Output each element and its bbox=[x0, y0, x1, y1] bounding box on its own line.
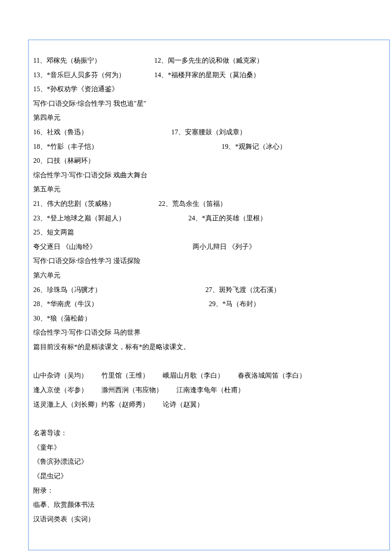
toc-row: 21、伟大的悲剧（茨威格） 22、荒岛余生（笛福） bbox=[33, 197, 357, 211]
poem-item: 竹里馆（王维） bbox=[101, 368, 149, 383]
spacer bbox=[33, 541, 357, 555]
poem-item: 论诗（赵翼） bbox=[163, 397, 204, 412]
activity-text: 综合性学习·写作·口语交际 戏曲大舞台 bbox=[33, 171, 147, 179]
list-text: 《昆虫记》 bbox=[33, 472, 67, 480]
section-text: 名著导读： bbox=[33, 429, 67, 436]
activity-text: 写作·口语交际·综合性学习 我也追"星" bbox=[33, 100, 146, 107]
toc-item: 17、安塞腰鼓（刘成章） bbox=[171, 125, 246, 139]
list-text: 《童年》 bbox=[33, 444, 61, 451]
spacer bbox=[33, 354, 357, 368]
toc-item: 11、邓稼先（杨振宁） bbox=[33, 53, 170, 68]
poem-row: 逢入京使（岑参） 滁州西涧（韦应物） 江南逢李龟年（杜甫） bbox=[33, 383, 357, 397]
poem-item: 江南逢李龟年（杜甫） bbox=[176, 383, 245, 397]
toc-row: 23、*登上地球之巅（郭超人） 24、*真正的英雄（里根） bbox=[33, 211, 357, 225]
activity-line: 写作·口语交际·综合性学习 漫话探险 bbox=[33, 254, 357, 268]
toc-row: 28、*华南虎（牛汉） 29、*马（布封） bbox=[33, 297, 357, 311]
spacer bbox=[33, 411, 357, 426]
toc-item: 13、*音乐巨人贝多芬（何为） bbox=[33, 68, 170, 82]
unit-heading: 第五单元 bbox=[33, 182, 357, 197]
toc-item: 19、*观舞记（冰心） bbox=[171, 139, 286, 154]
toc-row: 夸父逐日 《山海经》 两小儿辩日 《列子》 bbox=[33, 240, 357, 254]
list-item: 汉语词类表（实词） bbox=[33, 512, 357, 526]
activity-line: 综合性学习·写作·口语交际 马的世界 bbox=[33, 325, 357, 340]
toc-item: 20、口技（林嗣环） bbox=[33, 157, 95, 164]
spacer bbox=[33, 526, 357, 541]
toc-row: 20、口技（林嗣环） bbox=[33, 153, 357, 168]
poem-item: 春夜洛城闻笛（李白） bbox=[238, 368, 306, 383]
toc-row: 16、社戏（鲁迅） 17、安塞腰鼓（刘成章） bbox=[33, 125, 357, 139]
toc-item: 27、斑羚飞渡（沈石溪） bbox=[171, 283, 280, 297]
note-line: 篇目前没有标*的是精读课文，标有*的是略读课文。 bbox=[33, 340, 357, 354]
toc-item: 29、*马（布封） bbox=[171, 297, 260, 311]
toc-item: 26、珍珠鸟（冯骥才） bbox=[33, 283, 170, 297]
toc-row: 13、*音乐巨人贝多芬（何为） 14、*福楼拜家的星期天（莫泊桑） bbox=[33, 68, 357, 82]
toc-item: 15、*孙权劝学《资治通鉴》 bbox=[33, 85, 118, 92]
unit-heading: 第四单元 bbox=[33, 110, 357, 125]
toc-item: 23、*登上地球之巅（郭超人） bbox=[33, 211, 170, 225]
toc-item: 22、荒岛余生（笛福） bbox=[159, 197, 227, 211]
unit-text: 第六单元 bbox=[33, 272, 61, 279]
list-item: 《童年》 bbox=[33, 440, 357, 455]
poem-item: 逢入京使（岑参） bbox=[33, 383, 88, 397]
section-text: 附录： bbox=[33, 487, 54, 494]
toc-item: 24、*真正的英雄（里根） bbox=[171, 211, 267, 225]
list-item: 《昆虫记》 bbox=[33, 469, 357, 483]
activity-text: 综合性学习·写作·口语交际 马的世界 bbox=[33, 329, 141, 336]
poem-row: 山中杂诗（吴均） 竹里馆（王维） 峨眉山月歌（李白） 春夜洛城闻笛（李白） bbox=[33, 368, 357, 383]
list-item: 《鲁滨孙漂流记》 bbox=[33, 454, 357, 469]
unit-heading: 第六单元 bbox=[33, 268, 357, 283]
toc-row: 26、珍珠鸟（冯骥才） 27、斑羚飞渡（沈石溪） bbox=[33, 283, 357, 297]
toc-item: 30、*狼（蒲松龄） bbox=[33, 315, 91, 322]
list-text: 汉语词类表（实词） bbox=[33, 515, 95, 523]
list-item: 临摹、欣赏颜体书法 bbox=[33, 497, 357, 512]
toc-item: 两小儿辩日 《列子》 bbox=[193, 240, 256, 254]
toc-item: 14、*福楼拜家的星期天（莫泊桑） bbox=[154, 68, 260, 82]
unit-text: 第五单元 bbox=[33, 185, 61, 193]
toc-row: 25、短文两篇 bbox=[33, 225, 357, 240]
toc-item: 25、短文两篇 bbox=[33, 228, 74, 236]
list-text: 《鲁滨孙漂流记》 bbox=[33, 458, 88, 465]
poem-item: 送灵澈上人（刘长卿）约客（赵师秀） bbox=[33, 397, 149, 412]
section-heading: 附录： bbox=[33, 483, 357, 498]
poem-row: 送灵澈上人（刘长卿）约客（赵师秀） 论诗（赵翼） bbox=[33, 397, 357, 412]
poem-item: 山中杂诗（吴均） bbox=[33, 368, 88, 383]
activity-text: 写作·口语交际·综合性学习 漫话探险 bbox=[33, 257, 141, 264]
toc-item: 28、*华南虎（牛汉） bbox=[33, 297, 170, 311]
document-body: 11、邓稼先（杨振宁） 12、闻一多先生的说和做（臧克家） 13、*音乐巨人贝多… bbox=[33, 53, 357, 555]
section-heading: 名著导读： bbox=[33, 426, 357, 440]
poem-item: 峨眉山月歌（李白） bbox=[163, 368, 224, 383]
toc-item: 12、闻一多先生的说和做（臧克家） bbox=[154, 53, 263, 68]
list-text: 临摹、欣赏颜体书法 bbox=[33, 501, 95, 508]
toc-row: 30、*狼（蒲松龄） bbox=[33, 311, 357, 326]
note-text: 篇目前没有标*的是精读课文，标有*的是略读课文。 bbox=[33, 343, 190, 350]
toc-row: 15、*孙权劝学《资治通鉴》 bbox=[33, 82, 357, 96]
poem-item: 滁州西涧（韦应物） bbox=[101, 383, 163, 397]
unit-text: 第四单元 bbox=[33, 114, 61, 121]
toc-item: 18、*竹影（丰子恺） bbox=[33, 139, 170, 154]
toc-item: 21、伟大的悲剧（茨威格） bbox=[33, 197, 157, 211]
toc-row: 18、*竹影（丰子恺） 19、*观舞记（冰心） bbox=[33, 139, 357, 154]
toc-row: 11、邓稼先（杨振宁） 12、闻一多先生的说和做（臧克家） bbox=[33, 53, 357, 68]
activity-line: 综合性学习·写作·口语交际 戏曲大舞台 bbox=[33, 168, 357, 182]
activity-line: 写作·口语交际·综合性学习 我也追"星" bbox=[33, 96, 357, 111]
toc-item: 夸父逐日 《山海经》 bbox=[33, 240, 191, 254]
toc-item: 16、社戏（鲁迅） bbox=[33, 125, 170, 139]
